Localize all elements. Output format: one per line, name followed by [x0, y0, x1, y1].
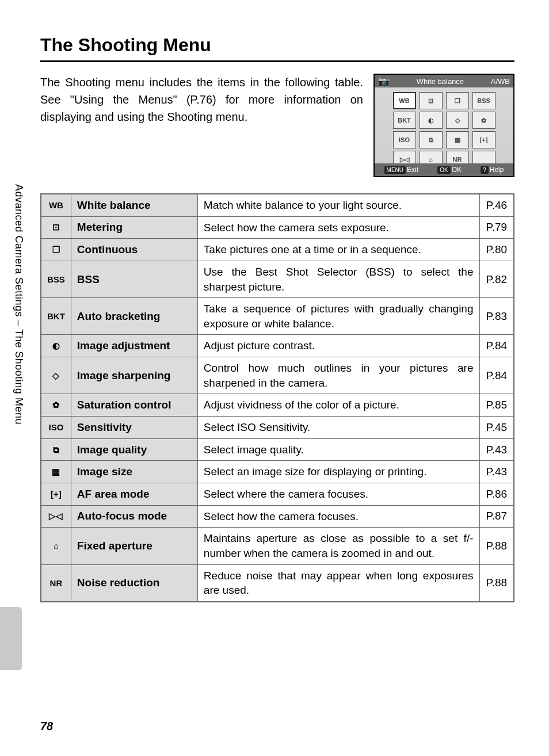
table-row: ⌂Fixed apertureMaintains aperture as clo… [41, 528, 514, 564]
screen-header: 📷 White balance A/WB [375, 75, 513, 87]
screen-grid-cell: BSS [472, 92, 495, 109]
row-page-ref: P.80 [479, 239, 514, 261]
row-description: Select image quality. [197, 438, 479, 461]
row-icon: BKT [41, 298, 71, 335]
row-icon: ✿ [41, 394, 71, 417]
row-name: Auto bracketing [71, 298, 197, 335]
screen-grid-cell: WB [393, 92, 416, 109]
row-description: Select where the camera focuses. [197, 483, 479, 505]
row-name: Saturation control [71, 394, 197, 417]
row-description: Select how the camera sets exposure. [197, 216, 479, 239]
page-title: The Shooting Menu [40, 35, 514, 62]
table-row: WBWhite balanceMatch white balance to yo… [41, 194, 514, 216]
table-row: BSSBSSUse the Best Shot Selector (BSS) t… [41, 261, 514, 297]
footer-exit: MENUExit [384, 166, 418, 174]
row-page-ref: P.86 [479, 483, 514, 505]
row-description: Take a sequence of pictures with gradual… [197, 298, 479, 335]
row-name: Image adjustment [71, 335, 197, 357]
row-icon: ISO [41, 417, 71, 439]
row-icon: ▦ [41, 461, 71, 483]
side-running-head: Advanced Camera Settings – The Shooting … [13, 184, 25, 425]
row-icon: BSS [41, 261, 71, 297]
screen-header-title: White balance [417, 77, 464, 86]
screen-grid-cell: ISO [393, 131, 416, 148]
row-icon: ▷◁ [41, 505, 71, 528]
row-name: White balance [71, 194, 197, 216]
screen-grid-cell: ⧉ [420, 131, 443, 148]
row-page-ref: P.83 [479, 298, 514, 335]
row-name: Image quality [71, 438, 197, 461]
row-description: Adjust vividness of the color of a pictu… [197, 394, 479, 417]
side-thumb-tab [0, 607, 22, 670]
table-row: NRNoise reductionReduce noise that may a… [41, 564, 514, 602]
table-row: BKTAuto bracketingTake a sequence of pic… [41, 298, 514, 335]
camera-icon: 📷 [378, 76, 390, 87]
table-row: [+]AF area modeSelect where the camera f… [41, 483, 514, 505]
table-row: ▦Image sizeSelect an image size for disp… [41, 461, 514, 483]
row-page-ref: P.45 [479, 417, 514, 439]
footer-ok: OKOK [437, 166, 462, 174]
screen-footer: MENUExit OKOK ?Help [375, 163, 513, 176]
row-page-ref: P.88 [479, 564, 514, 602]
table-row: ◐Image adjustmentAdjust picture contrast… [41, 335, 514, 357]
row-icon: NR [41, 564, 71, 602]
row-page-ref: P.46 [479, 194, 514, 216]
row-description: Match white balance to your light source… [197, 194, 479, 216]
row-name: BSS [71, 261, 197, 297]
intro-paragraph: The Shooting menu includes the items in … [40, 74, 363, 177]
row-page-ref: P.82 [479, 261, 514, 297]
row-name: Auto-focus mode [71, 505, 197, 528]
row-description: Reduce noise that may appear when long e… [197, 564, 479, 602]
table-row: ◇Image sharpeningControl how much outlin… [41, 357, 514, 394]
row-description: Select an image size for displaying or p… [197, 461, 479, 483]
row-description: Take pictures one at a time or in a sequ… [197, 239, 479, 261]
screen-grid-cell: ❐ [446, 92, 469, 109]
row-icon: ⊡ [41, 216, 71, 239]
table-row: ✿Saturation controlAdjust vividness of t… [41, 394, 514, 417]
intro-row: The Shooting menu includes the items in … [40, 74, 514, 177]
table-row: ⊡MeteringSelect how the camera sets expo… [41, 216, 514, 239]
row-page-ref: P.84 [479, 357, 514, 394]
row-name: Image sharpening [71, 357, 197, 394]
screen-grid-cell: [+] [472, 131, 495, 148]
row-name: Sensitivity [71, 417, 197, 439]
row-description: Maintains aperture as close as possible … [197, 528, 479, 564]
row-icon: [+] [41, 483, 71, 505]
table-row: ▷◁Auto-focus modeSelect how the camera f… [41, 505, 514, 528]
row-name: Image size [71, 461, 197, 483]
shooting-menu-table: WBWhite balanceMatch white balance to yo… [40, 193, 514, 602]
footer-help: ?Help [481, 166, 504, 174]
row-description: Control how much outlines in your pictur… [197, 357, 479, 394]
screen-grid-cell: ◐ [420, 112, 443, 129]
row-icon: ⌂ [41, 528, 71, 564]
screen-grid-cell: ◇ [446, 112, 469, 129]
row-description: Select ISO Sensitivity. [197, 417, 479, 439]
row-name: Metering [71, 216, 197, 239]
screen-grid-cell: BKT [393, 112, 416, 129]
row-description: Use the Best Shot Selector (BSS) to sele… [197, 261, 479, 297]
row-icon: ◇ [41, 357, 71, 394]
row-description: Adjust picture contrast. [197, 335, 479, 357]
page-number: 78 [40, 720, 53, 733]
row-name: AF area mode [71, 483, 197, 505]
row-page-ref: P.43 [479, 438, 514, 461]
row-page-ref: P.84 [479, 335, 514, 357]
menu-screenshot: 📷 White balance A/WB WB⊡❐BSSBKT◐◇✿ISO⧉▦[… [373, 74, 514, 177]
screen-grid-cell: ▦ [446, 131, 469, 148]
row-page-ref: P.79 [479, 216, 514, 239]
screen-icon-grid: WB⊡❐BSSBKT◐◇✿ISO⧉▦[+]▷◁⌂NR [375, 87, 513, 170]
row-description: Select how the camera focuses. [197, 505, 479, 528]
row-icon: ◐ [41, 335, 71, 357]
row-page-ref: P.88 [479, 528, 514, 564]
row-page-ref: P.87 [479, 505, 514, 528]
screen-header-badge: A/WB [491, 77, 510, 86]
screen-grid-cell: ✿ [472, 112, 495, 129]
row-icon: WB [41, 194, 71, 216]
table-row: ISOSensitivitySelect ISO Sensitivity.P.4… [41, 417, 514, 439]
screen-grid-cell: ⊡ [420, 92, 443, 109]
row-name: Noise reduction [71, 564, 197, 602]
row-name: Fixed aperture [71, 528, 197, 564]
table-row: ❐ContinuousTake pictures one at a time o… [41, 239, 514, 261]
row-page-ref: P.43 [479, 461, 514, 483]
table-row: ⧉Image qualitySelect image quality.P.43 [41, 438, 514, 461]
